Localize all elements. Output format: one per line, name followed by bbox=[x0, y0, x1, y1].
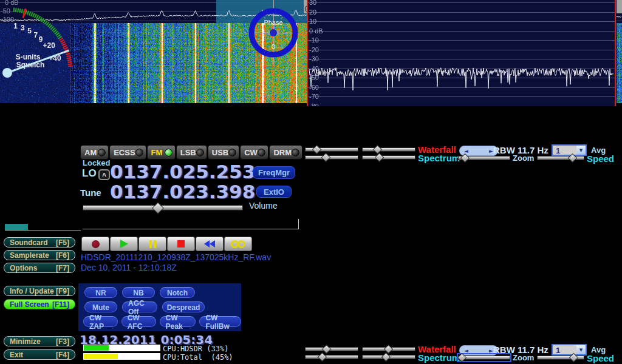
button-hotkey: [F11] bbox=[52, 300, 69, 309]
mode-label: FM bbox=[151, 148, 163, 157]
spectrum-lower-limit-slider[interactable] bbox=[362, 154, 415, 161]
record-button[interactable] bbox=[81, 237, 109, 251]
loop-button[interactable] bbox=[224, 237, 252, 251]
slider-thumb[interactable] bbox=[381, 352, 391, 362]
stop-icon bbox=[177, 240, 185, 248]
slider-thumb[interactable] bbox=[457, 353, 467, 363]
button-label: Minimize bbox=[10, 337, 41, 346]
notch-button[interactable]: Notch bbox=[160, 287, 195, 298]
button-label: Options bbox=[10, 264, 37, 272]
slider-thumb[interactable] bbox=[567, 153, 577, 163]
slider-thumb[interactable] bbox=[152, 202, 164, 214]
chevron-down-icon[interactable]: ▾ bbox=[576, 146, 586, 155]
play-icon bbox=[120, 240, 128, 248]
slider-thumb[interactable] bbox=[312, 145, 321, 155]
stop-button[interactable] bbox=[167, 237, 195, 251]
waterfall-upper-limit-slider[interactable] bbox=[305, 146, 358, 153]
dsp-row: Mute AGC Off Despread bbox=[84, 302, 241, 312]
slider-thumb[interactable] bbox=[460, 153, 470, 163]
cw-fullbw-button[interactable]: CW FullBw bbox=[199, 316, 241, 327]
mode-led-icon bbox=[196, 149, 204, 157]
button-label: Exit bbox=[10, 351, 23, 359]
right-arrow-icon[interactable]: ► bbox=[489, 348, 493, 354]
speed-slider-2[interactable] bbox=[537, 354, 584, 361]
squelch-level-bar[interactable] bbox=[5, 224, 28, 230]
freqmgr-button[interactable]: FreqMgr bbox=[253, 166, 295, 179]
loop-icon bbox=[231, 240, 245, 248]
chevron-down-icon[interactable]: ▾ bbox=[576, 345, 586, 354]
cpu-total-bar bbox=[83, 353, 160, 360]
cw-afc-button[interactable]: CW AFC bbox=[121, 316, 156, 327]
slider-thumb[interactable] bbox=[373, 145, 383, 155]
zoom-slider[interactable] bbox=[458, 155, 510, 161]
dsp-row: NR NB Notch bbox=[84, 287, 241, 298]
pause-icon bbox=[149, 240, 156, 248]
mode-fm-button[interactable]: FM bbox=[147, 145, 176, 160]
extio-button[interactable]: ExtIO bbox=[256, 186, 292, 198]
group-line-v bbox=[298, 219, 299, 229]
mode-label: CW bbox=[244, 148, 258, 157]
nr-button[interactable]: NR bbox=[84, 287, 117, 298]
volume-slider[interactable] bbox=[83, 204, 243, 212]
speed-label-2: Speed bbox=[587, 353, 614, 363]
button-label: Samplerate bbox=[10, 251, 49, 260]
cw-peak-button[interactable]: CW Peak bbox=[160, 316, 196, 327]
rewind-button[interactable] bbox=[196, 237, 224, 251]
cpu-total-fill bbox=[84, 354, 118, 359]
minimize-button[interactable]: Minimize[F3] bbox=[4, 336, 75, 346]
slider-thumb[interactable] bbox=[322, 345, 332, 354]
zoom-slider-2[interactable] bbox=[458, 354, 510, 361]
mode-led-icon bbox=[98, 149, 106, 157]
phase-indicator bbox=[245, 0, 301, 66]
mode-lsb-button[interactable]: LSB bbox=[176, 145, 207, 160]
lo-auto-badge[interactable]: A bbox=[98, 169, 110, 180]
right-arrow-icon[interactable]: ► bbox=[489, 148, 493, 154]
samplerate-button[interactable]: Samplerate[F6] bbox=[4, 250, 75, 260]
left-arrow-icon[interactable]: ◄ bbox=[464, 348, 468, 354]
slider-thumb[interactable] bbox=[569, 353, 579, 363]
spectrum-upper-limit-slider-2[interactable] bbox=[305, 354, 358, 360]
waterfall-lower-limit-slider-2[interactable] bbox=[362, 346, 415, 352]
mode-label: AM bbox=[84, 148, 97, 157]
info-update-button[interactable]: Info / Update[F9] bbox=[4, 286, 75, 296]
slider-thumb[interactable] bbox=[321, 153, 330, 163]
lo-frequency-value[interactable]: 0137.025.253 bbox=[110, 161, 255, 182]
waterfall-upper-limit-slider-2[interactable] bbox=[305, 346, 358, 352]
waterfall-lower-limit-slider[interactable] bbox=[362, 146, 415, 153]
slider-thumb[interactable] bbox=[317, 352, 327, 362]
hdsdr-main-window: 0 dB -50 -100 Soundcard[F5] Samplerate[F… bbox=[0, 0, 622, 364]
mode-ecss-button[interactable]: ECSS bbox=[109, 145, 146, 160]
button-hotkey: [F5] bbox=[56, 238, 69, 247]
af-spectrum-display[interactable] bbox=[307, 0, 617, 106]
full-screen-button[interactable]: Full Screen[F11] bbox=[4, 299, 75, 309]
soundcard-button[interactable]: Soundcard[F5] bbox=[4, 237, 75, 248]
spectrum-upper-limit-slider[interactable] bbox=[305, 154, 358, 161]
mode-cw-button[interactable]: CW bbox=[240, 145, 268, 160]
options-button[interactable]: Options[F7] bbox=[4, 263, 75, 273]
recording-date: Dec 10, 2011 - 12:10:18Z bbox=[81, 263, 177, 272]
record-icon bbox=[92, 240, 100, 248]
cw-zap-button[interactable]: CW ZAP bbox=[83, 316, 118, 327]
mode-am-button[interactable]: AM bbox=[80, 145, 109, 160]
tune-frequency-value[interactable]: 0137.023.398 bbox=[110, 181, 255, 202]
speed-slider[interactable] bbox=[537, 155, 584, 161]
spectrum-label-2: Spectrum bbox=[418, 352, 460, 363]
zoom-label: Zoom bbox=[513, 153, 534, 163]
button-hotkey: [F9] bbox=[56, 287, 69, 295]
mute-button[interactable]: Mute bbox=[84, 302, 117, 312]
agc-off-button[interactable]: AGC Off bbox=[122, 302, 157, 312]
exit-button[interactable]: Exit[F4] bbox=[4, 349, 75, 360]
mode-led-icon bbox=[228, 149, 236, 157]
mode-usb-button[interactable]: USB bbox=[208, 145, 239, 160]
slider-thumb[interactable] bbox=[374, 153, 384, 163]
despread-button[interactable]: Despread bbox=[162, 302, 205, 312]
lo-label: LO bbox=[82, 167, 97, 180]
cpu-hdsdr-label: CPU:HDSDR (33%) bbox=[163, 345, 228, 353]
spectrum-lower-limit-slider-2[interactable] bbox=[362, 354, 415, 360]
mode-button-row: AM ECSS FM LSB USB CW DRM bbox=[80, 145, 302, 160]
nb-button[interactable]: NB bbox=[122, 287, 155, 298]
play-button[interactable] bbox=[110, 237, 138, 251]
mode-led-icon bbox=[165, 149, 173, 157]
pause-button[interactable] bbox=[138, 237, 166, 251]
mode-drm-button[interactable]: DRM bbox=[269, 145, 302, 160]
